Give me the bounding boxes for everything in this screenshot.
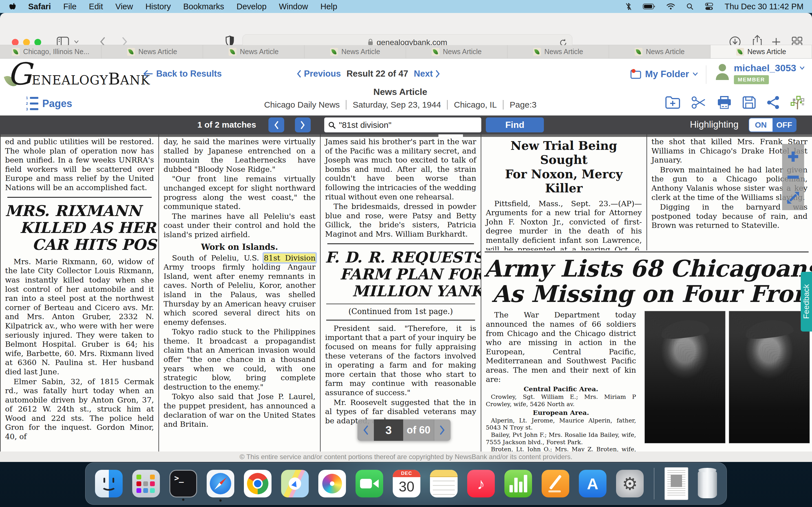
control-center-icon[interactable]: [705, 3, 713, 10]
np-p: ed and public utilities will be restored…: [5, 137, 154, 192]
chevron-left-icon: [297, 70, 301, 78]
family-tree-icon[interactable]: [791, 95, 805, 110]
fullscreen-button[interactable]: [786, 191, 800, 204]
dock-launchpad-icon[interactable]: [132, 470, 160, 497]
np-area: European Area.: [486, 408, 636, 417]
np-name: Broten, Lt. John O.; Mrs. May Z. Broten,…: [486, 446, 636, 452]
highlighting-on-button[interactable]: ON: [749, 118, 772, 131]
add-to-folder-icon[interactable]: [665, 96, 680, 109]
browser-tab[interactable]: News Article: [406, 45, 507, 58]
search-field[interactable]: [324, 117, 481, 132]
previous-result-link[interactable]: Previous: [297, 69, 341, 79]
share-article-icon[interactable]: [766, 96, 780, 109]
logo-letter-b: B: [108, 69, 120, 89]
menu-clock[interactable]: Thu Dec 30 11:42 PM: [725, 2, 804, 11]
browser-tab[interactable]: News Article: [609, 45, 711, 58]
current-page-number[interactable]: 3: [374, 419, 403, 441]
dock-numbers-icon[interactable]: [504, 470, 532, 497]
battery-icon[interactable]: [643, 3, 655, 10]
menu-item-file[interactable]: File: [63, 2, 77, 11]
page-count: of 60: [403, 419, 434, 441]
zoom-out-button[interactable]: [786, 175, 800, 179]
next-result-link[interactable]: Next: [414, 69, 440, 79]
apple-menu-icon[interactable]: [8, 2, 16, 11]
newspaper-column-2: day, he said the marines were virtually …: [159, 134, 320, 452]
np-p: The War Department today announced the n…: [486, 311, 636, 384]
zoom-in-button[interactable]: [786, 150, 800, 163]
chevron-left-icon: [274, 121, 279, 129]
next-page-button[interactable]: [434, 419, 451, 441]
window-close-button[interactable]: [12, 39, 18, 46]
tab-title: News Article: [443, 48, 482, 56]
column-rule: [327, 243, 474, 244]
menu-item-help[interactable]: Help: [320, 2, 338, 11]
genealogybank-logo[interactable]: GENEALOGYBANK: [7, 60, 150, 89]
dock-calendar-icon[interactable]: DEC 30: [393, 470, 420, 497]
leaf-favicon-icon: [330, 48, 338, 56]
np-sub: Work on Islands.: [163, 242, 315, 252]
dock-settings-icon[interactable]: ⚙: [616, 470, 644, 497]
menu-item-edit[interactable]: Edit: [89, 2, 103, 11]
dock-appstore-icon[interactable]: A: [579, 470, 606, 497]
spotlight-search-icon[interactable]: [686, 3, 694, 10]
np-name: Alperin, Lt. Jerome, Maurice Alperin, fa…: [486, 417, 636, 432]
dock-notes-icon[interactable]: [430, 470, 458, 497]
browser-tab[interactable]: News Article: [101, 45, 203, 58]
wifi-icon[interactable]: [666, 3, 675, 10]
user-avatar[interactable]: [714, 62, 730, 81]
previous-page-button[interactable]: [357, 419, 374, 441]
army-headline: Army Lists 68 Chicagoans As Missing on F…: [481, 253, 812, 310]
search-input[interactable]: [339, 120, 477, 130]
browser-tab-active[interactable]: News Article: [711, 45, 812, 58]
chevron-right-icon: [300, 121, 305, 129]
menu-item-history[interactable]: History: [146, 2, 171, 11]
tab-title: News Article: [342, 48, 380, 56]
find-button[interactable]: Find: [486, 117, 544, 132]
back-to-results-link[interactable]: Back to Results: [143, 69, 222, 79]
menu-item-view[interactable]: View: [115, 2, 133, 11]
menu-item-develop[interactable]: Develop: [237, 2, 266, 11]
browser-tab[interactable]: News Article: [203, 45, 305, 58]
np-hstep: F. D. R. REQUESTSFARM PLAN FORMILLION YA…: [325, 249, 476, 300]
leaf-favicon-icon: [736, 48, 744, 56]
window-minimize-button[interactable]: [23, 39, 30, 46]
window-zoom-button[interactable]: [35, 39, 41, 46]
article-meta-item: Chicago Daily News: [258, 100, 347, 110]
dock-music-icon[interactable]: ♪: [467, 470, 495, 497]
dock-document-icon[interactable]: [665, 467, 688, 500]
zoom-controls: [782, 144, 804, 210]
tab-title: News Article: [545, 48, 583, 56]
pages-button[interactable]: 1 2 3 Pages: [26, 96, 72, 111]
bluetooth-off-icon[interactable]: [625, 3, 631, 10]
print-icon[interactable]: [717, 96, 732, 109]
dock-facetime-icon[interactable]: [356, 470, 383, 497]
menu-item-bookmarks[interactable]: Bookmarks: [183, 2, 224, 11]
result-count: Result 22 of 47: [347, 69, 408, 79]
username-menu[interactable]: michael_3053: [734, 62, 805, 73]
dock-photos-icon[interactable]: [318, 470, 346, 497]
dock-trash-icon[interactable]: [698, 469, 717, 498]
previous-match-button[interactable]: [268, 117, 284, 132]
next-match-button[interactable]: [295, 117, 311, 132]
dock-finder-icon[interactable]: [95, 470, 123, 497]
dock-safari-icon[interactable]: [207, 470, 234, 497]
my-folder-button[interactable]: My Folder: [630, 69, 698, 79]
menu-item-window[interactable]: Window: [279, 2, 308, 11]
feedback-button[interactable]: Feedback: [801, 272, 812, 332]
chevron-down-icon: [693, 72, 698, 76]
highlighting-off-button[interactable]: OFF: [772, 118, 796, 131]
dock-maps-icon[interactable]: [281, 470, 309, 497]
dock-pages-icon[interactable]: [542, 470, 569, 497]
save-icon[interactable]: [742, 96, 756, 109]
browser-tab[interactable]: News Article: [305, 45, 406, 58]
sidebar-chevron-icon[interactable]: [74, 40, 79, 44]
article-header-row: 1 2 3 Pages News Article Chicago Daily N…: [0, 91, 812, 115]
browser-tab[interactable]: News Article: [507, 45, 609, 58]
clip-scissors-icon[interactable]: [691, 96, 707, 109]
np-cont: (Continued from 1st page.): [326, 304, 475, 321]
dock-chrome-icon[interactable]: [244, 470, 271, 497]
menu-item-safari[interactable]: Safari: [28, 2, 51, 11]
copyright-footer: © This entire service and/or content por…: [0, 452, 812, 462]
dock-terminal-icon[interactable]: >_: [169, 470, 197, 497]
article-meta-item: Chicago, IL: [448, 100, 504, 110]
